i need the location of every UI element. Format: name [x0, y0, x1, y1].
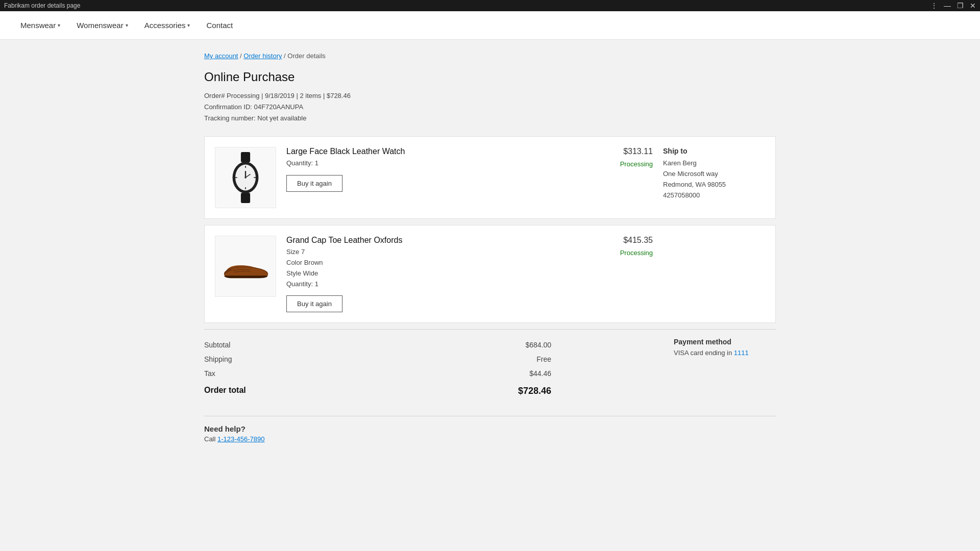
order-total-row: Order total $728.46	[204, 381, 551, 399]
ship-phone: 4257058000	[663, 190, 765, 201]
chevron-down-icon: ▾	[187, 22, 190, 28]
breadcrumb-order-history[interactable]: Order history	[243, 52, 282, 60]
item-price-watch: $313.11	[592, 147, 653, 156]
item-details-shoes: Grand Cap Toe Leather Oxfords Size 7 Col…	[286, 236, 581, 312]
shoe-illustration	[220, 248, 271, 284]
close-button[interactable]: ✕	[970, 2, 976, 10]
main-nav: Menswear ▾ Womenswear ▾ Accessories ▾ Co…	[0, 11, 980, 40]
breadcrumb-my-account[interactable]: My account	[204, 52, 238, 60]
item-color-shoes: Color Brown	[286, 258, 581, 268]
nav-menswear-label: Menswear	[20, 21, 56, 30]
subtotal-label: Subtotal	[204, 341, 230, 349]
nav-womenswear-label: Womenswear	[77, 21, 123, 30]
confirmation-id: Confirmation ID: 04F720AANUPA	[204, 102, 776, 113]
chevron-down-icon: ▾	[58, 22, 60, 28]
order-number: Order# Processing | 9/18/2019 | 2 items …	[204, 90, 776, 102]
item-status-shoes: Processing	[592, 249, 653, 257]
breadcrumb: My account / Order history / Order detai…	[204, 52, 776, 60]
nav-contact-label: Contact	[206, 21, 233, 30]
breadcrumb-current: Order details	[287, 52, 325, 60]
tax-row: Tax $44.46	[204, 366, 551, 381]
minimize-button[interactable]: —	[944, 2, 951, 10]
order-total-label: Order total	[204, 386, 246, 396]
buy-again-shoes-button[interactable]: Buy it again	[286, 295, 342, 312]
item-quantity-watch: Quantity: 1	[286, 158, 581, 169]
totals-left: Subtotal $684.00 Shipping Free Tax $44.4…	[204, 338, 674, 399]
item-size-shoes: Size 7	[286, 247, 581, 258]
item-image-shoes	[215, 236, 276, 297]
item-status-watch: Processing	[592, 160, 653, 168]
shipping-label: Shipping	[204, 355, 232, 363]
tracking-number: Tracking number: Not yet available	[204, 113, 776, 124]
window-title: Fabrikam order details page	[4, 2, 80, 9]
nav-contact[interactable]: Contact	[206, 19, 233, 32]
item-style-shoes: Style Wide	[286, 268, 581, 279]
svg-rect-0	[241, 152, 250, 162]
subtotal-value: $684.00	[525, 341, 551, 349]
buy-again-watch-button[interactable]: Buy it again	[286, 175, 342, 192]
window-controls[interactable]: ⋮ — ❐ ✕	[930, 2, 976, 10]
item-price-section-watch: $313.11 Processing	[592, 147, 653, 168]
svg-point-10	[244, 177, 247, 179]
item-price-section-shoes: $415.35 Processing	[592, 236, 653, 257]
help-phone[interactable]: 1-123-456-7890	[217, 435, 265, 443]
ship-to-section: Ship to Karen Berg One Microsoft way Red…	[663, 147, 765, 201]
menu-icon[interactable]: ⋮	[930, 2, 938, 10]
title-bar: Fabrikam order details page ⋮ — ❐ ✕	[0, 0, 980, 11]
subtotal-row: Subtotal $684.00	[204, 338, 551, 352]
help-text: Call 1-123-456-7890	[204, 435, 776, 443]
payment-section: Payment method VISA card ending in 1111	[674, 338, 776, 399]
ship-address1: One Microsoft way	[663, 169, 765, 180]
ship-address: Karen Berg One Microsoft way Redmond, WA…	[663, 158, 765, 201]
totals-section: Subtotal $684.00 Shipping Free Tax $44.4…	[204, 329, 776, 399]
item-price-shoes: $415.35	[592, 236, 653, 245]
nav-menswear[interactable]: Menswear ▾	[20, 19, 60, 32]
item-name-shoes: Grand Cap Toe Leather Oxfords	[286, 236, 581, 245]
order-total-value: $728.46	[518, 386, 551, 396]
item-name-watch: Large Face Black Leather Watch	[286, 147, 581, 156]
main-content: My account / Order history / Order detai…	[184, 40, 796, 473]
order-meta: Order# Processing | 9/18/2019 | 2 items …	[204, 90, 776, 124]
restore-button[interactable]: ❐	[957, 2, 964, 10]
payment-value: VISA card ending in 1111	[674, 349, 776, 357]
order-item-watch: Large Face Black Leather Watch Quantity:…	[204, 136, 776, 219]
shipping-value: Free	[536, 355, 551, 363]
payment-label: Payment method	[674, 338, 776, 346]
nav-womenswear[interactable]: Womenswear ▾	[77, 19, 128, 32]
order-item-shoes: Grand Cap Toe Leather Oxfords Size 7 Col…	[204, 225, 776, 323]
nav-accessories-label: Accessories	[144, 21, 186, 30]
shipping-row: Shipping Free	[204, 352, 551, 366]
ship-city: Redmond, WA 98055	[663, 180, 765, 190]
tax-label: Tax	[204, 369, 215, 378]
call-text: Call	[204, 435, 217, 443]
ship-name: Karen Berg	[663, 158, 765, 169]
page-title: Online Purchase	[204, 70, 776, 84]
item-details-watch: Large Face Black Leather Watch Quantity:…	[286, 147, 581, 192]
payment-highlight: 1111	[734, 349, 749, 357]
watch-illustration	[225, 152, 266, 203]
item-image-watch	[215, 147, 276, 208]
chevron-down-icon: ▾	[126, 22, 128, 28]
nav-accessories[interactable]: Accessories ▾	[144, 19, 190, 32]
ship-to-label: Ship to	[663, 147, 765, 155]
item-quantity-shoes: Quantity: 1	[286, 279, 581, 290]
help-title: Need help?	[204, 424, 776, 433]
svg-rect-1	[241, 193, 250, 203]
tax-value: $44.46	[529, 369, 551, 378]
help-section: Need help? Call 1-123-456-7890	[204, 416, 776, 443]
